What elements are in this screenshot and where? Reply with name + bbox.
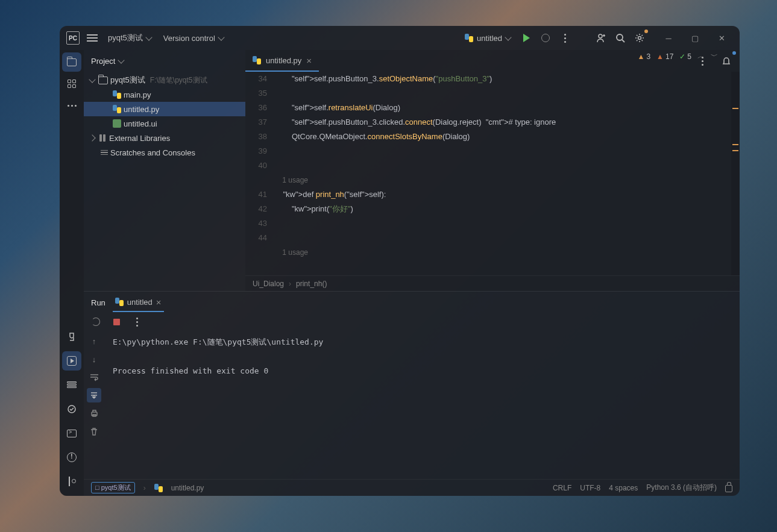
inspection-widget[interactable]: ▲3 ▲17 ✓5 ︿ ﹀ (637, 51, 718, 61)
breadcrumb-item[interactable]: print_nh() (296, 280, 327, 288)
dots-vertical-icon (564, 34, 566, 43)
structure-tool-button[interactable] (62, 74, 81, 93)
run-button[interactable] (518, 30, 535, 46)
folder-icon (67, 58, 77, 66)
play-outline-icon (67, 356, 77, 366)
status-encoding[interactable]: UTF-8 (580, 484, 600, 492)
chevron-down-icon (505, 34, 511, 40)
run-tool-button[interactable] (62, 351, 81, 371)
up-button[interactable]: ↑ (87, 334, 101, 348)
left-toolbar (60, 50, 84, 496)
scroll-to-end-button[interactable] (87, 388, 101, 402)
check-icon: ✓ (679, 52, 685, 61)
library-icon (98, 134, 107, 142)
python-icon (465, 34, 473, 42)
tree-root[interactable]: pyqt5测试 F:\随笔\pyqt5测试 (84, 73, 245, 87)
down-button[interactable]: ↓ (87, 352, 101, 366)
maximize-button[interactable]: ▢ (682, 26, 708, 50)
run-tab[interactable]: untitled × (113, 293, 164, 312)
tree-external-libs[interactable]: External Libraries (84, 131, 245, 145)
bug-icon (541, 34, 550, 42)
soft-wrap-button[interactable] (87, 370, 101, 384)
status-indent[interactable]: 4 spaces (609, 484, 638, 492)
project-dropdown[interactable]: pyqt5测试 (103, 30, 156, 46)
tree-file[interactable]: untitled.ui (84, 116, 245, 131)
warning-count: 17 (665, 52, 673, 61)
terminal-button[interactable] (62, 424, 81, 443)
tree-file-selected[interactable]: untitled.py (84, 102, 245, 116)
debug-button[interactable] (537, 30, 554, 46)
run-more-button[interactable] (130, 315, 144, 329)
stop-button[interactable] (109, 315, 124, 329)
status-branch-chip[interactable]: □ pyqt5测试 (91, 482, 135, 493)
breadcrumb: Ui_Dialog › print_nh() (245, 275, 740, 291)
more-tool-button[interactable] (62, 96, 81, 115)
python-icon (154, 484, 163, 492)
run-config-label: untitled (477, 34, 502, 43)
python-console-icon (66, 331, 77, 342)
project-tool-button[interactable] (62, 52, 81, 72)
notifications-button[interactable] (718, 52, 735, 69)
breadcrumb-item[interactable]: Ui_Dialog (253, 280, 284, 288)
warning-icon (67, 452, 77, 462)
minimize-button[interactable]: ─ (655, 26, 682, 50)
rerun-button[interactable] (89, 315, 103, 329)
prev-highlight-button[interactable]: ︿ (697, 51, 705, 61)
scratches-label: Scratches and Consoles (110, 148, 195, 157)
next-highlight-button[interactable]: ﹀ (711, 51, 718, 61)
code-with-me-button[interactable] (593, 30, 609, 46)
clear-button[interactable] (87, 424, 101, 439)
warning-triangle-icon: ▲ (656, 52, 664, 61)
tab-close-button[interactable]: × (156, 297, 162, 307)
tree-file[interactable]: main.py (84, 87, 245, 102)
svg-point-1 (617, 34, 623, 40)
status-interpreter[interactable]: Python 3.6 (自动招呼) (646, 483, 717, 493)
problems-button[interactable] (62, 448, 81, 467)
python-console-button[interactable] (62, 327, 81, 346)
dots-horizontal-icon (68, 105, 77, 107)
python-icon (253, 56, 261, 64)
console-output[interactable]: E:\py\python.exe F:\随笔\pyqt5测试\untitled.… (104, 330, 740, 479)
close-button[interactable]: ✕ (708, 26, 735, 50)
python-icon (115, 298, 124, 306)
print-button[interactable] (87, 406, 101, 421)
play-icon (523, 34, 530, 42)
gutter: 34353637383940 41424344 (245, 72, 274, 275)
titlebar: PC pyqt5测试 Version control untitled ─ ▢ … (60, 26, 740, 50)
editor-tab[interactable]: untitled.py × (245, 50, 319, 72)
lock-icon[interactable] (725, 485, 732, 492)
more-actions-button[interactable] (556, 30, 573, 46)
scroll-end-icon (90, 391, 98, 399)
editor: untitled.py × ▲3 ▲17 ✓5 ︿ ﹀ (245, 50, 740, 291)
project-panel-title: Project (91, 57, 115, 66)
run-panel-header: Run untitled × (84, 292, 740, 313)
code-body[interactable]: "self">self.pushButton_3.setObjectName("… (274, 72, 731, 275)
trash-icon (90, 427, 98, 436)
services-button[interactable] (62, 375, 81, 395)
search-button[interactable] (612, 30, 629, 46)
project-panel-header[interactable]: Project (84, 50, 245, 72)
svg-point-2 (638, 37, 641, 40)
vcs-dropdown[interactable]: Version control (159, 31, 228, 45)
settings-button[interactable] (631, 30, 648, 46)
ide-window: PC pyqt5测试 Version control untitled ─ ▢ … (60, 26, 740, 496)
main-menu-button[interactable] (84, 30, 101, 46)
minimap[interactable] (731, 72, 740, 275)
code-area[interactable]: 34353637383940 41424344 "self">self.push… (245, 72, 740, 275)
tree-scratches[interactable]: Scratches and Consoles (84, 145, 245, 160)
file-label: main.py (124, 90, 151, 99)
package-icon (66, 404, 77, 415)
run-config-dropdown[interactable]: untitled (460, 31, 515, 45)
git-icon (68, 477, 76, 486)
tab-label: untitled.py (266, 56, 301, 65)
file-label: untitled.py (124, 105, 159, 114)
vcs-label: Version control (163, 34, 215, 43)
replay-icon (92, 318, 100, 326)
tab-close-button[interactable]: × (306, 55, 312, 66)
status-eol[interactable]: CRLF (553, 484, 571, 492)
chevron-down-icon (145, 34, 152, 40)
run-panel: Run untitled × ↑ ↓ (84, 291, 740, 479)
python-packages-button[interactable] (62, 399, 81, 419)
run-panel-title: Run (91, 298, 105, 307)
vcs-tool-button[interactable] (62, 472, 81, 491)
